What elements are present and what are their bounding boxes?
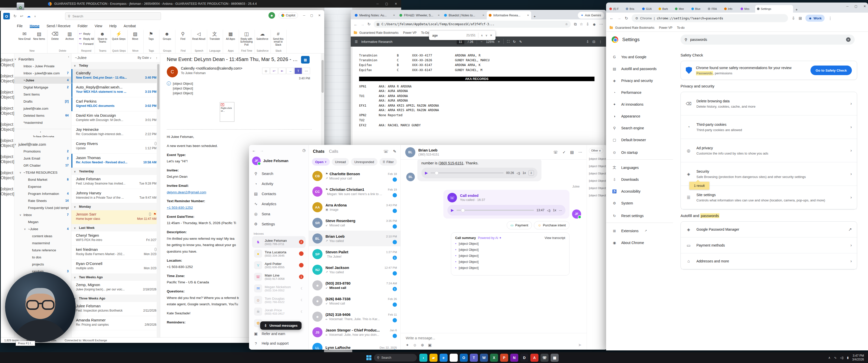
find-next-icon[interactable]: ∨	[486, 34, 488, 37]
taskbar-app-icon[interactable]: P	[500, 354, 508, 362]
minimize-icon[interactable]: ─	[846, 4, 848, 8]
refresh-icon[interactable]: ↻	[13, 14, 17, 19]
battery-icon[interactable]: ▮	[847, 356, 849, 360]
audio-player[interactable]: ▶ 00:26 ◁) 1x ⇩	[422, 168, 537, 178]
volume-icon[interactable]: ◁)	[840, 356, 843, 360]
print-icon[interactable]: ⊡	[592, 40, 595, 44]
bookmark-folder[interactable]: Guaranteed Rate Bookmarks	[615, 26, 654, 30]
download-icon[interactable]: ⇩	[528, 170, 534, 176]
favorites-icon[interactable]: ☆	[580, 22, 583, 27]
tab-close-icon[interactable]: ✕	[483, 14, 485, 16]
taskbar-app-icon[interactable]: ◗	[420, 354, 428, 362]
taskbar-clock[interactable]: 3:47 PM 3/4/2026	[852, 354, 864, 362]
blocked-image-placeholder[interactable]: ✕Right-click or...	[220, 102, 235, 122]
ribbon-button[interactable]: ▦All Apps	[223, 31, 238, 49]
browser-tab[interactable]: (5) F	[608, 5, 624, 12]
folder-item[interactable]: Rate Sheets 14	[14, 197, 71, 204]
rail-module-icon[interactable]: [object Object]	[1, 154, 14, 164]
back-icon[interactable]: ←	[252, 148, 256, 153]
reload-icon[interactable]: ↻	[367, 22, 371, 27]
zoom-out-icon[interactable]: −	[480, 40, 483, 44]
settings-row[interactable]: ☰ Site settingsControls what information…	[681, 186, 857, 209]
taskbar-app-icon[interactable]: ▦	[551, 354, 559, 362]
ribbon-button[interactable]: #Send this email to Slack	[271, 31, 285, 49]
folder-item[interactable]: Digital Mortgage 2	[14, 84, 71, 91]
close-icon[interactable]: ✕	[318, 13, 321, 17]
menu-tab[interactable]: Home	[30, 24, 40, 28]
folder-item[interactable]: › Julee Private	[14, 130, 71, 137]
seek-track[interactable]	[457, 210, 534, 211]
browser-tab[interactable]: Informative Resea... ✕	[487, 11, 531, 20]
collapse-icon[interactable]: ‹	[68, 55, 69, 59]
taskbar-app-icon[interactable]: ☏	[540, 354, 549, 362]
rail-module-icon[interactable]: [object Object]	[1, 90, 14, 100]
history-icon[interactable]: ◷	[302, 148, 306, 153]
download-icon[interactable]: ⇩	[586, 40, 589, 44]
conversation-item[interactable]: ☻ ⚑(503) 203-87807:24 AM ↙Missed call 1	[309, 277, 400, 293]
sidebar-footer-item[interactable]: ▣ Refer and earn	[252, 329, 306, 338]
settings-nav-item[interactable]: ⊙ On startup	[606, 146, 673, 160]
email-row[interactable]: Julee Felsman Fwd: Lindsay Seamone has i…	[71, 175, 160, 189]
downloads-icon[interactable]: ⇩	[792, 16, 795, 21]
back-icon[interactable]: ←	[354, 22, 358, 27]
rail-module-icon[interactable]: [object Object]	[1, 58, 14, 68]
sort-button[interactable]: By Date ∨	[137, 56, 151, 60]
inbox-item[interactable]: ☠ Jorah Price(503) 433-3417 ☾	[252, 306, 306, 318]
settings-nav-item[interactable]: ♿ Accessibility	[606, 185, 673, 197]
taskbar-app-icon[interactable]: X	[490, 354, 498, 362]
conversation-item[interactable]: SR ⚑Steve Rosenberg3:35 PM ↙Missed call	[309, 215, 400, 231]
browser-tab[interactable]: Settings	[755, 5, 793, 12]
browser-tab[interactable]: Bria	[624, 5, 640, 12]
folder-item[interactable]: *mastermind	[14, 119, 71, 126]
tray-expand-icon[interactable]: ∧	[828, 356, 831, 360]
inbox-item[interactable]: ♞ Julee Felsman(503) 799-3711 2 ☾	[252, 236, 306, 248]
email-row[interactable]: Yesterday ⚑	[71, 168, 160, 175]
draw-icon[interactable]: ✎	[519, 40, 522, 44]
message-input[interactable]	[406, 336, 511, 340]
ribbon-button[interactable]: ⚲Find	[176, 31, 190, 49]
maximize-icon[interactable]: ▢	[855, 4, 858, 8]
ribbon-button[interactable]: ▥Archive	[63, 31, 77, 49]
settings-nav-item[interactable]: ◑ Appearance	[606, 110, 673, 122]
inbox-item[interactable]: ✉ Megan Nickelson(503) 334-0552 ☾	[252, 283, 306, 294]
browser-tab[interactable]: FRA	[706, 5, 722, 12]
call-recording-player[interactable]: ▶ 13:47 ◁) 1x ⋯	[447, 205, 565, 216]
find-input[interactable]: age	[432, 34, 438, 37]
more-actions-button[interactable]: ⋯	[303, 68, 310, 74]
email-row[interactable]: Carl Perkins Signed HELOC documents3:02 …	[71, 97, 160, 111]
taskbar-app-icon[interactable]: T	[470, 354, 478, 362]
folder-item[interactable]: ∨ ~Julee 4	[14, 225, 71, 232]
browser-tab[interactable]: Mee	[673, 5, 689, 12]
browser-tab[interactable]: Mes	[739, 5, 755, 12]
taskbar-app-icon[interactable]: W	[480, 354, 488, 362]
email-row[interactable]: Jason Thomas Re: Action Needed - Revised…	[71, 154, 160, 168]
new-tab-button[interactable]: +	[793, 6, 800, 12]
bookmark-item[interactable]: To-Do	[421, 31, 429, 35]
fit-page-icon[interactable]: ⛶	[507, 40, 509, 44]
browser-tab[interactable]: Meeting Notes: Au... ✕	[353, 11, 397, 20]
settings-nav-item[interactable]: ⚙ System	[606, 197, 673, 209]
settings-nav-item[interactable]: ◔ Performance	[606, 87, 673, 98]
settings-row[interactable]: ◎ Ad privacyCustomize the info used by s…	[681, 139, 857, 162]
new-tab-button[interactable]: +	[531, 13, 538, 20]
play-icon[interactable]: ▶	[425, 171, 428, 175]
folder-item[interactable]: GR Chatter 17	[14, 162, 71, 169]
taskbar-app-icon[interactable]: e	[439, 354, 447, 362]
ribbon-button[interactable]: ⌫Delete	[48, 31, 62, 49]
folder-item[interactable]: Bond Market 8	[14, 176, 71, 183]
browser-tab[interactable]: Info	[722, 5, 739, 12]
extensions-icon[interactable]: ⊞	[799, 16, 802, 21]
view-transcript-link[interactable]: View transcript	[545, 236, 565, 240]
folder-item[interactable]: ∨ juleef@rate.com	[14, 141, 71, 148]
forward-button[interactable]: →	[286, 68, 294, 74]
more-icon[interactable]: ⋯	[578, 150, 582, 155]
reply-button[interactable]: ↩	[270, 68, 278, 74]
taskbar-search[interactable]: ⚲Search	[374, 354, 417, 362]
settings-nav-item[interactable]: G You and Google	[606, 51, 673, 63]
bookmark-item[interactable]: Power VP	[403, 31, 416, 35]
rail-module-icon[interactable]: [object Object]	[1, 74, 14, 84]
settings-nav-item[interactable]: ◉ About Chrome	[606, 237, 673, 249]
folder-item[interactable]: to dos	[14, 254, 71, 261]
email-row[interactable]: Three Weeks Ago ⚑	[71, 295, 160, 302]
more-icon[interactable]: ⋮	[599, 40, 602, 44]
